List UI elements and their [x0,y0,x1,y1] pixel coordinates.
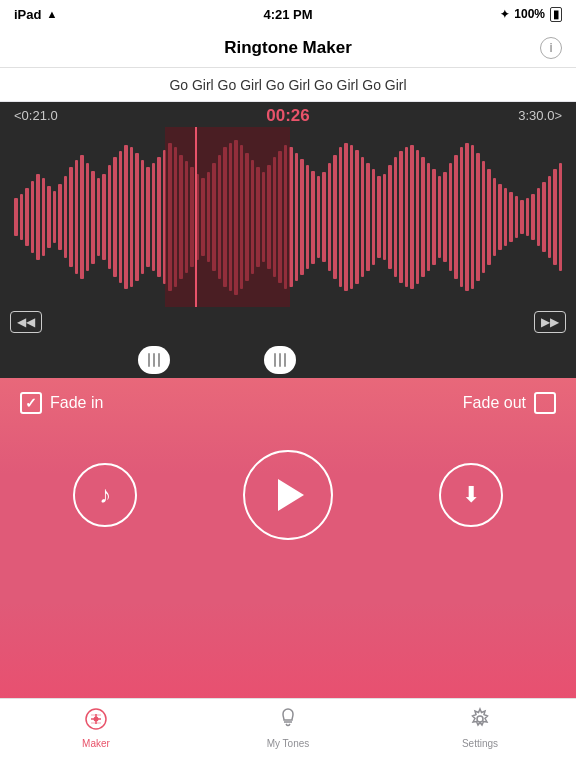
tab-settings[interactable]: Settings [384,707,576,749]
controls-section: ✓ Fade in Fade out ♪ ⬇ [0,378,576,698]
music-library-button[interactable]: ♪ [73,463,137,527]
waveform-bar [31,181,35,253]
fade-in-control[interactable]: ✓ Fade in [20,392,103,414]
waveform-bar [300,159,304,275]
waveform-bar [42,178,46,257]
fade-row: ✓ Fade in Fade out [20,392,556,414]
fade-in-checkbox[interactable]: ✓ [20,392,42,414]
waveform-bar [361,157,365,277]
handle-bar [148,353,151,367]
info-button[interactable]: i [540,37,562,59]
nav-bar: Ringtone Maker i [0,28,576,68]
waveform-bar [36,174,40,261]
status-left: iPad ▲ [14,7,57,22]
my-tones-tab-label: My Tones [267,738,310,749]
waveform-bar [471,145,475,290]
play-icon [278,479,304,511]
waveform-bar [520,200,524,233]
waveform-bar [317,176,321,259]
main-content: <0:21.0 00:26 3:30.0> ◀◀ ▶▶ [0,102,576,698]
waveform-section: <0:21.0 00:26 3:30.0> ◀◀ ▶▶ [0,102,576,342]
waveform-bar [350,145,354,290]
trim-handles [0,342,576,378]
tab-bar: Maker My Tones Settings [0,698,576,768]
waveform-bar [454,155,458,279]
trim-handle-right[interactable] [264,346,296,374]
waveform-bar [509,192,513,242]
tab-my-tones[interactable]: My Tones [192,707,384,749]
handle-bar [274,353,277,367]
time-markers: <0:21.0 00:26 3:30.0> [0,102,576,127]
bluetooth-icon: ✦ [500,8,509,21]
waveform-bar [80,155,84,279]
handle-bar [158,353,161,367]
waveform-bar [504,188,508,246]
waveform-bar [394,157,398,277]
waveform-bar [526,198,530,235]
svg-point-3 [94,717,99,722]
battery-icon: ▮ [550,7,562,22]
tab-maker[interactable]: Maker [0,707,192,749]
waveform-bar [421,157,425,277]
time-right: 3:30.0> [518,108,562,123]
waveform-bar [91,171,95,264]
handle-bar [284,353,287,367]
waveform-bar [443,172,447,263]
fade-out-checkbox[interactable] [534,392,556,414]
waveform-bar [339,147,343,288]
waveform-bar [438,176,442,259]
waveform-bar [119,151,123,283]
skip-forward-button[interactable]: ▶▶ [534,311,566,333]
handle-bar [279,353,282,367]
waveform-bar [482,161,486,273]
play-button[interactable] [243,450,333,540]
waveform-bar [75,160,79,274]
waveform-bar [388,165,392,268]
waveform-bar [498,184,502,250]
battery-label: 100% [514,7,545,21]
trim-left-bars [148,353,161,367]
action-buttons: ♪ ⬇ [20,450,556,540]
playhead-line [195,127,197,307]
trim-right-bars [274,353,287,367]
waveform-bar [427,163,431,270]
fade-out-control[interactable]: Fade out [463,392,556,414]
time-left: <0:21.0 [14,108,58,123]
waveform-bar [135,153,139,281]
checkmark-icon: ✓ [25,395,37,411]
waveform-bar [487,169,491,264]
waveform-bar [157,157,161,277]
download-button[interactable]: ⬇ [439,463,503,527]
waveform-bar [141,160,145,274]
waveform-bar [476,153,480,281]
download-icon: ⬇ [462,482,480,508]
waveform-bar [372,169,376,264]
waveform-bar [416,150,420,284]
settings-tab-label: Settings [462,738,498,749]
fade-in-label: Fade in [50,394,103,412]
waveform-bar [553,169,557,264]
waveform-bar [515,196,519,237]
waveform-bar [69,167,73,266]
wifi-icon: ▲ [46,8,57,20]
waveform-bar [64,176,68,259]
waveform-bar [86,163,90,270]
svg-point-7 [477,716,483,722]
waveform-bar [344,143,348,292]
skip-back-button[interactable]: ◀◀ [10,311,42,333]
waveform-bar [146,167,150,266]
status-right: ✦ 100% ▮ [500,7,562,22]
waveform-bar [14,198,18,235]
waveform-bar [366,163,370,270]
trim-handle-left[interactable] [138,346,170,374]
waveform-canvas[interactable] [10,127,566,307]
waveform-bar [410,145,414,290]
waveform-bar [432,169,436,264]
waveform-bar [531,194,535,239]
waveform-bar [460,147,464,288]
waveform-bar [559,163,563,270]
skip-back-icon: ◀◀ [17,315,35,329]
waveform-bar [47,186,51,248]
waveform-bar [328,163,332,270]
waveform-bar [399,151,403,283]
